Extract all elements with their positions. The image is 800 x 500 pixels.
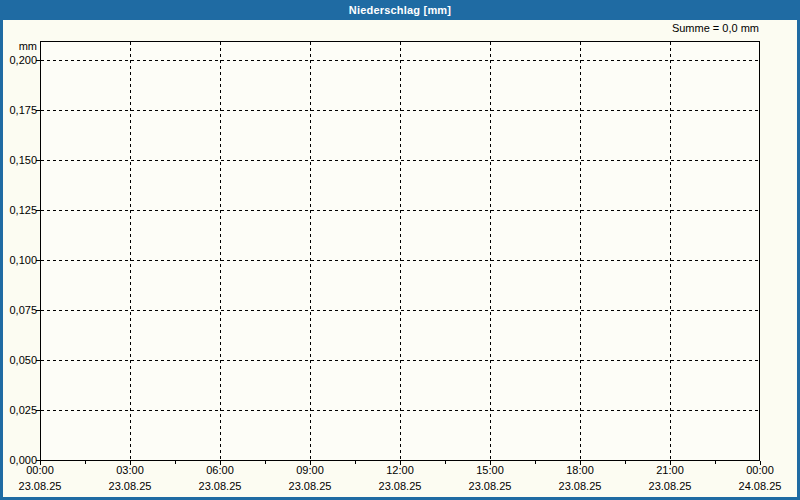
y-axis-tick-label: 0,100 xyxy=(0,254,37,267)
y-axis-tick-label: 0,025 xyxy=(0,404,37,417)
precipitation-plot-area xyxy=(40,41,760,461)
x-axis-time-label: 03:00 xyxy=(95,464,165,477)
x-axis-date-label: 23.08.25 xyxy=(95,480,165,493)
x-axis-time-label: 09:00 xyxy=(275,464,345,477)
x-axis-time-label: 00:00 xyxy=(725,464,795,477)
y-axis-tick-label: 0,075 xyxy=(0,304,37,317)
x-axis-time-label: 21:00 xyxy=(635,464,705,477)
x-axis-date-label: 23.08.25 xyxy=(635,480,705,493)
y-axis-tick-label: 0,125 xyxy=(0,204,37,217)
y-axis-unit-label: mm xyxy=(0,40,37,53)
x-axis-date-label: 24.08.25 xyxy=(725,480,795,493)
y-axis-tick-label: 0,050 xyxy=(0,354,37,367)
chart-window: Niederschlag [mm] Summe = 0,0 mm mm 0,20… xyxy=(0,0,800,500)
x-axis-date-label: 23.08.25 xyxy=(455,480,525,493)
x-axis-date-label: 23.08.25 xyxy=(545,480,615,493)
y-axis-tick-label: 0,200 xyxy=(0,54,37,67)
y-axis-tick-label: 0,150 xyxy=(0,154,37,167)
x-axis-date-label: 23.08.25 xyxy=(5,480,75,493)
x-axis-time-label: 15:00 xyxy=(455,464,525,477)
sum-total-label: Summe = 0,0 mm xyxy=(672,22,759,35)
x-axis-date-label: 23.08.25 xyxy=(365,480,435,493)
x-axis-time-label: 06:00 xyxy=(185,464,255,477)
window-title-bar[interactable]: Niederschlag [mm] xyxy=(0,0,800,20)
chart-title: Niederschlag [mm] xyxy=(349,4,451,16)
x-axis-time-label: 18:00 xyxy=(545,464,615,477)
y-axis-tick-label: 0,175 xyxy=(0,104,37,117)
x-axis-date-label: 23.08.25 xyxy=(275,480,345,493)
x-axis-time-label: 12:00 xyxy=(365,464,435,477)
x-axis-time-label: 00:00 xyxy=(5,464,75,477)
x-axis-date-label: 23.08.25 xyxy=(185,480,255,493)
